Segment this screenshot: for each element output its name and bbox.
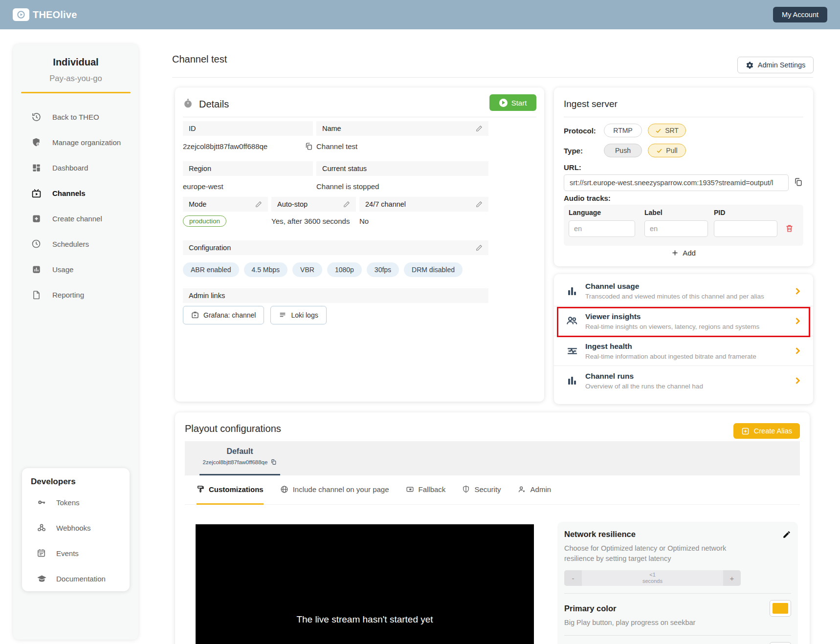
edit-name-icon[interactable] xyxy=(476,125,483,132)
viewer-insights-link[interactable]: Viewer insights Real-time insights on vi… xyxy=(554,306,813,336)
sidebar-nav: Back to THEO Manage organization Dashboa… xyxy=(13,104,138,307)
bar-chart-icon xyxy=(566,374,578,387)
edit-247-icon[interactable] xyxy=(476,201,483,208)
create-alias-button[interactable]: Create Alias xyxy=(733,423,800,439)
copy-url-icon[interactable] xyxy=(794,177,803,189)
edit-network-resilience-icon[interactable] xyxy=(782,530,791,539)
sidebar: Individual Pay-as-you-go Back to THEO Ma… xyxy=(13,44,138,640)
reporting-icon xyxy=(31,289,42,300)
sidebar-item-label: Schedulers xyxy=(52,240,89,248)
video-player[interactable]: The live stream hasn't started yet xyxy=(196,524,534,644)
channel-usage-link[interactable]: Channel usage Transcoded and viewed minu… xyxy=(554,276,813,306)
copy-id-icon[interactable] xyxy=(305,142,313,150)
chevron-right-icon[interactable] xyxy=(793,376,802,386)
my-account-button[interactable]: My Account xyxy=(773,7,827,22)
sidebar-item-back-to-theo[interactable]: Back to THEO xyxy=(13,104,138,129)
start-button[interactable]: Start xyxy=(489,94,536,111)
plan-underline xyxy=(21,92,131,93)
network-resilience-description: Choose for Optimized latency or Optimize… xyxy=(564,543,733,564)
sidebar-item-webhooks[interactable]: Webhooks xyxy=(31,515,130,540)
secondary-color-swatch[interactable] xyxy=(770,642,791,644)
ingest-server-card: Ingest server Protocol: RTMP SRT Type: P… xyxy=(554,87,813,266)
sidebar-item-create-channel[interactable]: Create channel xyxy=(13,206,138,231)
chevron-right-icon[interactable] xyxy=(793,316,802,326)
check-icon xyxy=(656,148,663,154)
dev-item-label: Webhooks xyxy=(56,524,91,532)
primary-color-swatch[interactable] xyxy=(770,600,791,617)
pid-column-header: PID xyxy=(714,209,725,216)
edit-auto-stop-icon[interactable] xyxy=(343,201,350,208)
tab-fallback[interactable]: Fallback xyxy=(406,475,446,505)
latency-stepper: - <1 seconds + xyxy=(564,570,741,586)
latency-increase-button[interactable]: + xyxy=(723,570,741,586)
copy-alias-id-icon[interactable] xyxy=(270,459,277,465)
sidebar-item-schedulers[interactable]: Schedulers xyxy=(13,231,138,257)
stopwatch-icon xyxy=(183,98,193,110)
playout-tab-bar: Customizations Include channel on your p… xyxy=(185,475,800,505)
chevron-right-icon[interactable] xyxy=(793,346,802,356)
playout-title: Playout configurations xyxy=(185,423,800,434)
latency-value: <1 seconds xyxy=(582,570,723,586)
tab-include-channel[interactable]: Include channel on your page xyxy=(280,475,389,505)
channel-runs-link[interactable]: Channel runs Overview of all the runs th… xyxy=(554,365,813,395)
shield-icon xyxy=(462,485,470,493)
audio-tracks-panel: Language Label PID xyxy=(564,205,803,246)
sidebar-item-label: Reporting xyxy=(52,291,84,299)
delete-track-icon[interactable] xyxy=(785,224,794,235)
brand-name: THEOlive xyxy=(33,9,77,21)
tab-admin[interactable]: Admin xyxy=(518,475,552,505)
region-label-row: Region xyxy=(183,161,313,176)
add-box-icon xyxy=(741,427,750,435)
sidebar-item-tokens[interactable]: Tokens xyxy=(31,490,130,515)
admin-settings-label: Admin Settings xyxy=(758,61,806,69)
protocol-rtmp-option[interactable]: RTMP xyxy=(604,124,642,137)
tab-customizations[interactable]: Customizations xyxy=(197,475,264,505)
primary-color-title: Primary color xyxy=(564,604,616,613)
gear-icon xyxy=(746,61,754,69)
add-track-button[interactable]: Add xyxy=(554,249,813,257)
config-chip: 4.5 Mbps xyxy=(244,262,288,277)
loki-logs-button[interactable]: Loki logs xyxy=(270,306,326,324)
pid-input[interactable] xyxy=(714,220,777,237)
edit-configuration-icon[interactable] xyxy=(476,244,483,251)
type-push-option[interactable]: Push xyxy=(604,144,642,157)
pulse-icon xyxy=(566,344,578,357)
alias-strip: Default 2zejcol8bjtt87faw0ff688qe xyxy=(185,441,800,475)
link-title: Channel runs xyxy=(585,372,781,381)
language-column-header: Language xyxy=(569,209,601,216)
type-pull-option[interactable]: Pull xyxy=(648,144,686,157)
chevron-right-icon[interactable] xyxy=(793,286,802,296)
sidebar-item-channels[interactable]: Channels xyxy=(13,180,138,206)
developers-card: Developers Tokens Webhooks Events Docume… xyxy=(22,468,130,591)
edit-mode-icon[interactable] xyxy=(255,201,262,208)
label-input[interactable] xyxy=(644,220,708,237)
history-icon xyxy=(31,111,42,122)
check-icon xyxy=(655,128,662,134)
ingest-url-input[interactable] xyxy=(564,174,789,191)
sidebar-item-documentation[interactable]: Documentation xyxy=(31,566,130,591)
channel-id-value: 2zejcol8bjtt87faw0ff688qe xyxy=(183,142,267,150)
admin-settings-button[interactable]: Admin Settings xyxy=(737,57,814,73)
alias-tab-default[interactable]: Default 2zejcol8bjtt87faw0ff688qe xyxy=(199,441,280,475)
latency-decrease-button[interactable]: - xyxy=(564,570,582,586)
config-chip: 1080p xyxy=(327,262,362,277)
id-label-row: ID xyxy=(183,121,313,136)
sidebar-item-events[interactable]: Events xyxy=(31,540,130,566)
language-input[interactable] xyxy=(569,220,635,237)
configuration-label-row: Configuration xyxy=(183,240,488,255)
sidebar-item-usage[interactable]: Usage xyxy=(13,257,138,282)
tab-security[interactable]: Security xyxy=(462,475,501,505)
mode-label-row: Mode xyxy=(183,197,268,212)
grafana-channel-button[interactable]: Grafana: channel xyxy=(183,306,264,324)
type-label: Type: xyxy=(564,147,598,155)
protocol-srt-option[interactable]: SRT xyxy=(648,124,686,137)
auto-stop-label-row: Auto-stop xyxy=(271,197,356,212)
sidebar-item-dashboard[interactable]: Dashboard xyxy=(13,155,138,180)
sidebar-item-manage-organization[interactable]: Manage organization xyxy=(13,129,138,155)
ingest-health-link[interactable]: Ingest health Real-time information abou… xyxy=(554,336,813,365)
link-description: Transcoded and viewed minutes of this ch… xyxy=(585,293,781,300)
create-channel-icon xyxy=(31,213,42,224)
admin-person-icon xyxy=(518,485,526,494)
link-title: Channel usage xyxy=(585,282,781,291)
sidebar-item-reporting[interactable]: Reporting xyxy=(13,282,138,307)
